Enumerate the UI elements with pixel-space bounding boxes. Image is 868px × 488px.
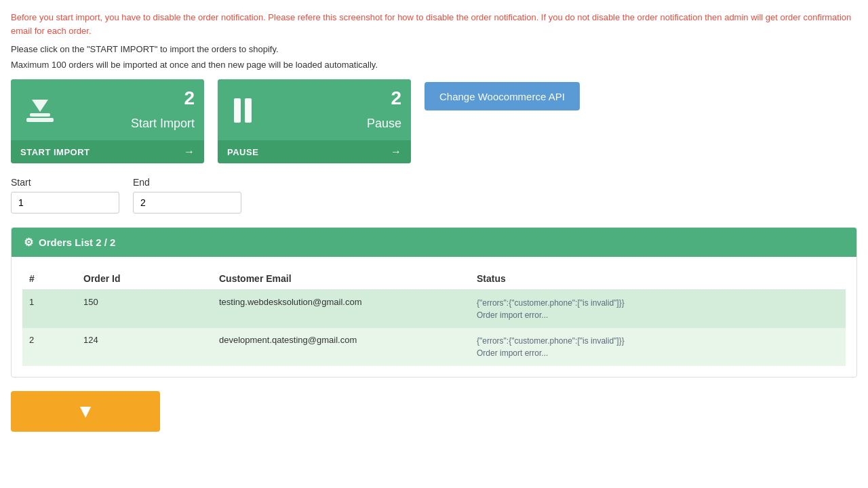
- start-import-card[interactable]: 2 Start Import START IMPORT →: [11, 79, 204, 163]
- start-field-group: Start: [11, 177, 119, 214]
- cell-num: 1: [22, 290, 77, 329]
- end-label: End: [133, 177, 241, 188]
- pause-arrow-icon: →: [391, 146, 401, 158]
- start-import-count: 2: [184, 87, 195, 109]
- orders-icon: ⚙: [24, 236, 33, 249]
- bottom-card-icon: ▼: [76, 401, 95, 422]
- col-header-hash: #: [22, 268, 77, 290]
- pause-icon: [229, 98, 252, 123]
- orders-header: ⚙ Orders List 2 / 2: [12, 228, 856, 257]
- start-import-footer[interactable]: START IMPORT →: [11, 140, 204, 163]
- pause-footer[interactable]: PAUSE →: [218, 140, 411, 163]
- bottom-card[interactable]: ▼: [11, 391, 160, 432]
- end-field-group: End: [133, 177, 241, 214]
- table-row: 2124development.qatesting@gmail.com{"err…: [22, 328, 846, 366]
- table-header-row: # Order Id Customer Email Status: [22, 268, 846, 290]
- end-input[interactable]: [133, 192, 241, 214]
- pause-card[interactable]: 2 Pause PAUSE →: [218, 79, 411, 163]
- start-import-label: Start Import: [131, 117, 195, 131]
- col-header-email: Customer Email: [212, 268, 470, 290]
- start-import-arrow-icon: →: [184, 146, 195, 158]
- orders-table: # Order Id Customer Email Status 1150tes…: [22, 268, 846, 366]
- cell-email: development.qatesting@gmail.com: [212, 328, 470, 366]
- warning-message: Before you start import, you have to dis…: [11, 11, 857, 37]
- info-text-1: Please click on the "START IMPORT" to im…: [11, 44, 857, 54]
- start-import-footer-text: START IMPORT: [20, 147, 90, 157]
- cell-status: {"errors":{"customer.phone":["is invalid…: [470, 328, 846, 366]
- pause-label: Pause: [367, 117, 401, 131]
- orders-section: ⚙ Orders List 2 / 2 # Order Id Customer …: [11, 227, 857, 378]
- orders-title: Orders List 2 / 2: [39, 237, 115, 248]
- start-input[interactable]: [11, 192, 119, 214]
- orders-table-wrapper: # Order Id Customer Email Status 1150tes…: [12, 257, 856, 377]
- cell-order-id: 150: [77, 290, 212, 329]
- pause-count: 2: [391, 87, 401, 109]
- pause-footer-text: PAUSE: [227, 147, 258, 157]
- import-icon: [22, 92, 58, 129]
- cell-status: {"errors":{"customer.phone":["is invalid…: [470, 290, 846, 329]
- cell-email: testing.webdesksolution@gmail.com: [212, 290, 470, 329]
- start-label: Start: [11, 177, 119, 188]
- col-header-order-id: Order Id: [77, 268, 212, 290]
- info-text-2: Maximum 100 orders will be imported at o…: [11, 60, 857, 70]
- col-header-status: Status: [470, 268, 846, 290]
- change-woocommerce-api-button[interactable]: Change Woocommerce API: [425, 82, 580, 110]
- start-end-form: Start End: [11, 177, 857, 214]
- cell-order-id: 124: [77, 328, 212, 366]
- table-row: 1150testing.webdesksolution@gmail.com{"e…: [22, 290, 846, 329]
- action-cards-row: 2 Start Import START IMPORT → 2 Pause PA…: [11, 79, 857, 163]
- cell-num: 2: [22, 328, 77, 366]
